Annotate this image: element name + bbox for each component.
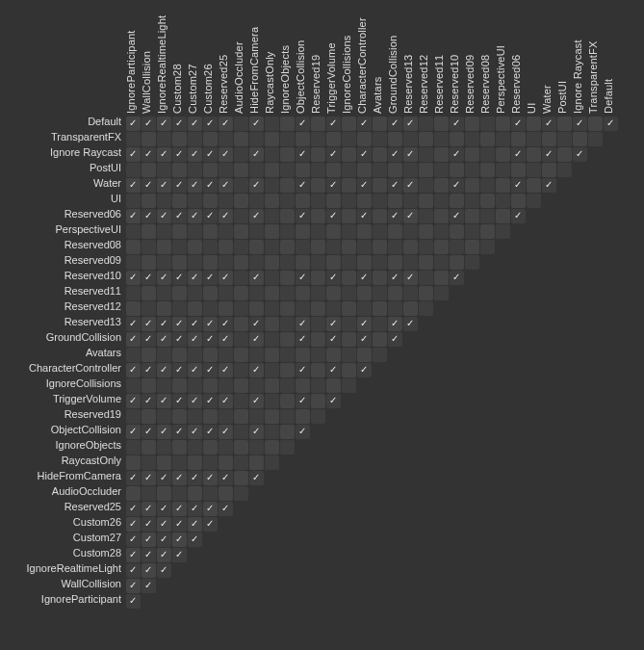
collision-checkbox[interactable] xyxy=(280,271,295,285)
collision-checkbox[interactable] xyxy=(388,178,402,193)
collision-checkbox[interactable] xyxy=(249,117,264,131)
collision-checkbox[interactable] xyxy=(142,471,156,485)
collision-checkbox[interactable] xyxy=(219,271,233,285)
collision-checkbox[interactable] xyxy=(373,209,387,223)
collision-checkbox[interactable] xyxy=(234,363,248,377)
collision-checkbox[interactable] xyxy=(450,178,464,193)
collision-checkbox[interactable] xyxy=(311,240,325,254)
collision-checkbox[interactable] xyxy=(234,286,248,300)
collision-checkbox[interactable] xyxy=(496,194,510,208)
collision-checkbox[interactable] xyxy=(373,286,387,300)
collision-checkbox[interactable] xyxy=(157,440,171,455)
collision-checkbox[interactable] xyxy=(465,117,479,131)
collision-checkbox[interactable] xyxy=(219,409,233,424)
collision-checkbox[interactable] xyxy=(126,548,141,562)
collision-checkbox[interactable] xyxy=(203,240,218,254)
collision-checkbox[interactable] xyxy=(357,209,372,223)
collision-checkbox[interactable] xyxy=(203,147,218,162)
collision-checkbox[interactable] xyxy=(280,132,295,146)
collision-checkbox[interactable] xyxy=(188,533,202,547)
collision-checkbox[interactable] xyxy=(434,117,449,131)
collision-checkbox[interactable] xyxy=(311,378,325,393)
collision-checkbox[interactable] xyxy=(373,255,387,270)
collision-checkbox[interactable] xyxy=(296,255,310,270)
collision-checkbox[interactable] xyxy=(388,301,402,316)
collision-checkbox[interactable] xyxy=(434,271,449,285)
collision-checkbox[interactable] xyxy=(311,394,325,408)
collision-checkbox[interactable] xyxy=(280,332,295,347)
collision-checkbox[interactable] xyxy=(249,147,264,162)
collision-checkbox[interactable] xyxy=(142,517,156,532)
collision-checkbox[interactable] xyxy=(357,117,372,131)
collision-checkbox[interactable] xyxy=(126,348,141,362)
collision-checkbox[interactable] xyxy=(450,240,464,254)
collision-checkbox[interactable] xyxy=(588,117,603,131)
collision-checkbox[interactable] xyxy=(126,301,141,316)
collision-checkbox[interactable] xyxy=(373,348,387,362)
collision-checkbox[interactable] xyxy=(172,548,187,562)
collision-checkbox[interactable] xyxy=(234,425,248,439)
collision-checkbox[interactable] xyxy=(234,394,248,408)
collision-checkbox[interactable] xyxy=(311,317,325,331)
collision-checkbox[interactable] xyxy=(388,255,402,270)
collision-checkbox[interactable] xyxy=(573,117,587,131)
collision-checkbox[interactable] xyxy=(142,440,156,455)
collision-checkbox[interactable] xyxy=(203,517,218,532)
collision-checkbox[interactable] xyxy=(265,271,279,285)
collision-checkbox[interactable] xyxy=(465,240,479,254)
collision-checkbox[interactable] xyxy=(219,425,233,439)
collision-checkbox[interactable] xyxy=(296,394,310,408)
collision-checkbox[interactable] xyxy=(480,178,495,193)
collision-checkbox[interactable] xyxy=(219,209,233,223)
collision-checkbox[interactable] xyxy=(434,224,449,239)
collision-checkbox[interactable] xyxy=(234,194,248,208)
collision-checkbox[interactable] xyxy=(311,286,325,300)
collision-checkbox[interactable] xyxy=(403,117,418,131)
collision-checkbox[interactable] xyxy=(219,301,233,316)
collision-checkbox[interactable] xyxy=(419,255,433,270)
collision-checkbox[interactable] xyxy=(234,117,248,131)
collision-checkbox[interactable] xyxy=(172,471,187,485)
collision-checkbox[interactable] xyxy=(265,425,279,439)
collision-checkbox[interactable] xyxy=(219,286,233,300)
collision-checkbox[interactable] xyxy=(188,394,202,408)
collision-checkbox[interactable] xyxy=(172,194,187,208)
collision-checkbox[interactable] xyxy=(142,502,156,516)
collision-checkbox[interactable] xyxy=(403,255,418,270)
collision-checkbox[interactable] xyxy=(419,224,433,239)
collision-checkbox[interactable] xyxy=(249,455,264,470)
collision-checkbox[interactable] xyxy=(342,378,356,393)
collision-checkbox[interactable] xyxy=(527,163,541,177)
collision-checkbox[interactable] xyxy=(450,132,464,146)
collision-checkbox[interactable] xyxy=(142,317,156,331)
collision-checkbox[interactable] xyxy=(296,271,310,285)
collision-checkbox[interactable] xyxy=(265,363,279,377)
collision-checkbox[interactable] xyxy=(342,240,356,254)
collision-checkbox[interactable] xyxy=(234,332,248,347)
collision-checkbox[interactable] xyxy=(265,394,279,408)
collision-checkbox[interactable] xyxy=(434,163,449,177)
collision-checkbox[interactable] xyxy=(388,132,402,146)
collision-checkbox[interactable] xyxy=(296,132,310,146)
collision-checkbox[interactable] xyxy=(126,163,141,177)
collision-checkbox[interactable] xyxy=(157,378,171,393)
collision-checkbox[interactable] xyxy=(480,132,495,146)
collision-checkbox[interactable] xyxy=(249,471,264,485)
collision-checkbox[interactable] xyxy=(480,240,495,254)
collision-checkbox[interactable] xyxy=(450,147,464,162)
collision-checkbox[interactable] xyxy=(280,240,295,254)
collision-checkbox[interactable] xyxy=(403,224,418,239)
collision-checkbox[interactable] xyxy=(265,132,279,146)
collision-checkbox[interactable] xyxy=(403,209,418,223)
collision-checkbox[interactable] xyxy=(480,194,495,208)
collision-checkbox[interactable] xyxy=(219,255,233,270)
collision-checkbox[interactable] xyxy=(126,563,141,578)
collision-checkbox[interactable] xyxy=(172,301,187,316)
collision-checkbox[interactable] xyxy=(234,209,248,223)
collision-checkbox[interactable] xyxy=(203,178,218,193)
collision-checkbox[interactable] xyxy=(203,194,218,208)
collision-checkbox[interactable] xyxy=(142,563,156,578)
collision-checkbox[interactable] xyxy=(219,363,233,377)
collision-checkbox[interactable] xyxy=(172,502,187,516)
collision-checkbox[interactable] xyxy=(588,132,603,146)
